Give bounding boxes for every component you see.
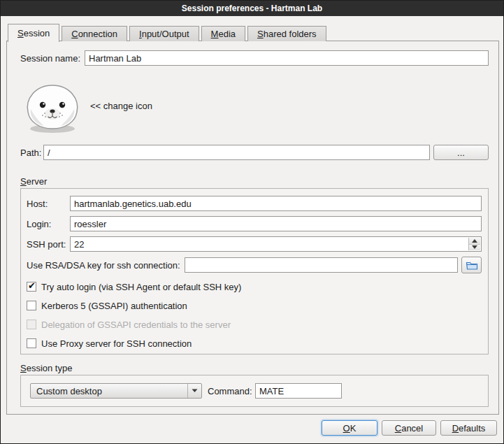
server-group-title: Server [20,176,47,187]
checkbox-icon [27,282,36,292]
checkbox-gssapi-delegation-label: Delegation of GSSAPI credentials to the … [41,320,231,330]
change-icon-label[interactable]: << change icon [90,98,152,113]
tab-input-output-label: Input/Output [139,29,189,39]
rsa-key-browse-button[interactable] [461,257,482,273]
checkbox-icon [27,320,36,329]
window-titlebar[interactable]: Session preferences - Hartman Lab [1,1,503,16]
tab-bar: Session Connection Input/Output Media Sh… [8,24,329,41]
session-preferences-dialog: Session preferences - Hartman Lab Sessio… [0,0,504,444]
tab-session-label: Session [17,28,50,38]
tab-shared-folders[interactable]: Shared folders [247,26,326,41]
tab-media-label: Media [211,29,236,39]
tab-input-output[interactable]: Input/Output [129,26,199,41]
ssh-port-label: SSH port: [27,236,66,252]
checkbox-proxy[interactable]: Use Proxy server for SSH connection [27,338,192,349]
ssh-port-spinner [468,238,480,250]
login-input[interactable] [70,216,482,231]
ok-button[interactable]: OK [322,420,377,436]
command-input[interactable] [255,383,342,399]
folder-open-icon [466,260,478,271]
session-tab-panel: Session name: << chang [6,41,499,415]
session-icon-button[interactable] [21,78,84,136]
path-label: Path: [20,145,41,160]
login-label: Login: [27,216,51,231]
window-title: Session preferences - Hartman Lab [182,3,322,13]
spin-up-button[interactable] [469,238,480,245]
checkbox-gssapi-delegation: Delegation of GSSAPI credentials to the … [27,319,231,330]
tab-media[interactable]: Media [201,26,245,41]
tab-shared-folders-label: Shared folders [257,29,317,39]
checkbox-auto-login-label: Try auto login (via SSH Agent or default… [41,282,241,292]
checkbox-kerberos[interactable]: Kerberos 5 (GSSAPI) authentication [27,300,187,311]
host-label: Host: [27,196,48,211]
session-name-label: Session name: [20,50,80,66]
ssh-port-value: 22 [74,236,84,252]
cancel-button-label: Cancel [395,423,423,434]
checkbox-auto-login[interactable]: Try auto login (via SSH Agent or default… [27,281,241,292]
rsa-key-input[interactable] [185,257,458,273]
session-type-dropdown[interactable]: Custom desktop [30,383,202,399]
dropdown-arrow [187,384,201,398]
session-type-group-title: Session type [20,362,72,373]
chevron-down-icon [192,389,198,393]
path-browse-button[interactable]: ... [433,145,489,160]
tab-session[interactable]: Session [8,24,59,42]
spin-up-icon [472,239,477,243]
defaults-button-label: Defaults [452,423,486,434]
rsa-key-label: Use RSA/DSA key for ssh connection: [27,257,180,273]
spin-down-icon [472,245,477,249]
defaults-button[interactable]: Defaults [440,420,497,436]
tab-connection[interactable]: Connection [62,26,127,41]
ok-button-label: OK [343,423,357,434]
checkbox-proxy-label: Use Proxy server for SSH connection [41,338,192,349]
checkbox-icon [27,301,36,310]
path-input[interactable] [43,145,430,160]
command-label: Command: [208,383,252,399]
ssh-port-spinbox[interactable]: 22 [70,236,482,252]
cancel-button[interactable]: Cancel [382,420,436,436]
checkbox-icon [27,338,36,348]
checkbox-kerberos-label: Kerberos 5 (GSSAPI) authentication [41,301,187,311]
spin-down-button[interactable] [469,245,480,251]
host-input[interactable] [70,196,482,211]
session-name-input[interactable] [85,50,489,66]
session-type-dropdown-value: Custom desktop [31,386,187,396]
path-browse-button-label: ... [457,148,465,158]
tab-connection-label: Connection [71,29,117,39]
seal-icon [21,78,84,134]
